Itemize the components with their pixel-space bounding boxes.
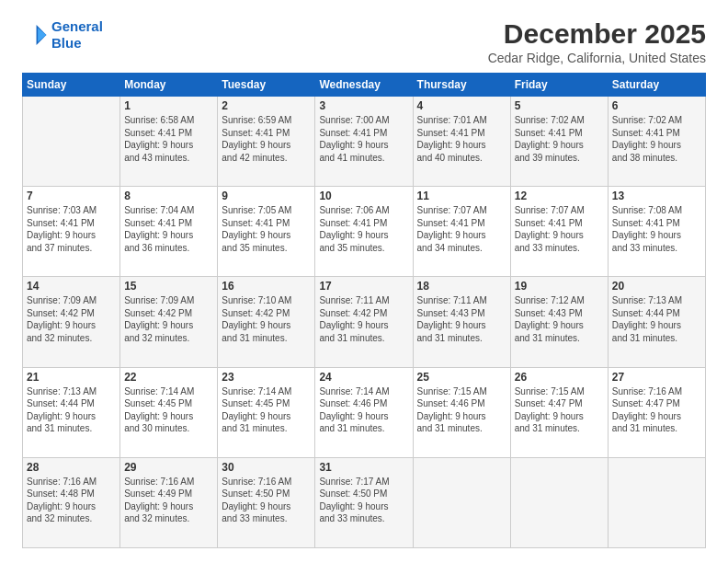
table-row: [23, 97, 120, 187]
day-number: 15: [124, 280, 213, 293]
table-row: 8Sunrise: 7:04 AMSunset: 4:41 PMDaylight…: [120, 187, 218, 277]
day-info: Sunrise: 7:02 AMSunset: 4:41 PMDaylight:…: [515, 114, 604, 164]
table-row: 26Sunrise: 7:15 AMSunset: 4:47 PMDayligh…: [510, 367, 608, 457]
day-number: 20: [612, 280, 701, 293]
day-info: Sunrise: 7:02 AMSunset: 4:41 PMDaylight:…: [612, 114, 701, 164]
table-row: 18Sunrise: 7:11 AMSunset: 4:43 PMDayligh…: [413, 277, 510, 367]
day-number: 9: [222, 190, 311, 202]
day-info: Sunrise: 7:06 AMSunset: 4:41 PMDaylight:…: [319, 204, 408, 254]
day-info: Sunrise: 7:12 AMSunset: 4:43 PMDaylight:…: [515, 294, 604, 344]
table-row: 31Sunrise: 7:17 AMSunset: 4:50 PMDayligh…: [315, 457, 413, 547]
table-row: 4Sunrise: 7:01 AMSunset: 4:41 PMDaylight…: [413, 97, 510, 187]
subtitle: Cedar Ridge, California, United States: [488, 51, 706, 65]
day-number: 26: [515, 371, 604, 384]
day-number: 4: [417, 99, 506, 112]
day-info: Sunrise: 7:11 AMSunset: 4:43 PMDaylight:…: [417, 294, 506, 344]
logo-icon: [22, 22, 48, 48]
table-row: [608, 457, 705, 547]
table-row: 15Sunrise: 7:09 AMSunset: 4:42 PMDayligh…: [120, 277, 218, 367]
header: General Blue December 2025 Cedar Ridge, …: [22, 18, 706, 65]
day-number: 13: [612, 190, 701, 202]
day-info: Sunrise: 7:15 AMSunset: 4:47 PMDaylight:…: [515, 385, 604, 435]
table-row: 29Sunrise: 7:16 AMSunset: 4:49 PMDayligh…: [120, 457, 218, 547]
day-info: Sunrise: 7:16 AMSunset: 4:47 PMDaylight:…: [612, 385, 701, 435]
day-number: 12: [515, 190, 604, 202]
day-info: Sunrise: 7:11 AMSunset: 4:42 PMDaylight:…: [319, 294, 408, 344]
table-row: 27Sunrise: 7:16 AMSunset: 4:47 PMDayligh…: [608, 367, 705, 457]
day-info: Sunrise: 7:14 AMSunset: 4:45 PMDaylight:…: [124, 385, 213, 435]
table-row: 19Sunrise: 7:12 AMSunset: 4:43 PMDayligh…: [510, 277, 608, 367]
calendar-header-row: Sunday Monday Tuesday Wednesday Thursday…: [23, 74, 706, 97]
table-row: 7Sunrise: 7:03 AMSunset: 4:41 PMDaylight…: [23, 187, 120, 277]
table-row: 3Sunrise: 7:00 AMSunset: 4:41 PMDaylight…: [315, 97, 413, 187]
day-number: 3: [319, 99, 408, 112]
table-row: [413, 457, 510, 547]
calendar-week-4: 21Sunrise: 7:13 AMSunset: 4:44 PMDayligh…: [23, 367, 706, 457]
day-number: 18: [417, 280, 506, 293]
day-number: 27: [612, 371, 701, 384]
calendar-week-2: 7Sunrise: 7:03 AMSunset: 4:41 PMDaylight…: [23, 187, 706, 277]
calendar-table: Sunday Monday Tuesday Wednesday Thursday…: [22, 73, 706, 548]
day-info: Sunrise: 7:01 AMSunset: 4:41 PMDaylight:…: [417, 114, 506, 164]
day-info: Sunrise: 7:17 AMSunset: 4:50 PMDaylight:…: [319, 476, 408, 525]
table-row: 12Sunrise: 7:07 AMSunset: 4:41 PMDayligh…: [510, 187, 608, 277]
day-info: Sunrise: 7:09 AMSunset: 4:42 PMDaylight:…: [27, 294, 116, 344]
day-info: Sunrise: 7:04 AMSunset: 4:41 PMDaylight:…: [124, 204, 213, 254]
table-row: 1Sunrise: 6:58 AMSunset: 4:41 PMDaylight…: [120, 97, 218, 187]
day-number: 14: [27, 280, 116, 293]
table-row: 2Sunrise: 6:59 AMSunset: 4:41 PMDaylight…: [218, 97, 315, 187]
logo: General Blue: [22, 18, 103, 52]
day-number: 23: [222, 371, 311, 384]
table-row: 21Sunrise: 7:13 AMSunset: 4:44 PMDayligh…: [23, 367, 120, 457]
table-row: 16Sunrise: 7:10 AMSunset: 4:42 PMDayligh…: [218, 277, 315, 367]
day-info: Sunrise: 7:05 AMSunset: 4:41 PMDaylight:…: [222, 204, 311, 254]
day-info: Sunrise: 6:58 AMSunset: 4:41 PMDaylight:…: [124, 114, 213, 164]
day-info: Sunrise: 7:16 AMSunset: 4:49 PMDaylight:…: [124, 476, 213, 525]
day-number: 30: [222, 461, 311, 474]
table-row: 24Sunrise: 7:14 AMSunset: 4:46 PMDayligh…: [315, 367, 413, 457]
day-info: Sunrise: 7:08 AMSunset: 4:41 PMDaylight:…: [612, 204, 701, 254]
day-info: Sunrise: 7:14 AMSunset: 4:45 PMDaylight:…: [222, 385, 311, 435]
table-row: 25Sunrise: 7:15 AMSunset: 4:46 PMDayligh…: [413, 367, 510, 457]
table-row: 17Sunrise: 7:11 AMSunset: 4:42 PMDayligh…: [315, 277, 413, 367]
day-info: Sunrise: 7:16 AMSunset: 4:48 PMDaylight:…: [27, 476, 116, 525]
day-info: Sunrise: 7:13 AMSunset: 4:44 PMDaylight:…: [612, 294, 701, 344]
calendar-week-3: 14Sunrise: 7:09 AMSunset: 4:42 PMDayligh…: [23, 277, 706, 367]
day-number: 29: [124, 461, 213, 474]
table-row: 30Sunrise: 7:16 AMSunset: 4:50 PMDayligh…: [218, 457, 315, 547]
day-number: 24: [319, 371, 408, 384]
table-row: 9Sunrise: 7:05 AMSunset: 4:41 PMDaylight…: [218, 187, 315, 277]
day-number: 17: [319, 280, 408, 293]
main-title: December 2025: [488, 18, 706, 49]
day-info: Sunrise: 7:00 AMSunset: 4:41 PMDaylight:…: [319, 114, 408, 164]
day-number: 8: [124, 190, 213, 202]
table-row: 22Sunrise: 7:14 AMSunset: 4:45 PMDayligh…: [120, 367, 218, 457]
day-number: 19: [515, 280, 604, 293]
day-number: 28: [27, 461, 116, 474]
header-tuesday: Tuesday: [218, 74, 315, 97]
day-number: 7: [27, 190, 116, 202]
day-info: Sunrise: 7:10 AMSunset: 4:42 PMDaylight:…: [222, 294, 311, 344]
table-row: 10Sunrise: 7:06 AMSunset: 4:41 PMDayligh…: [315, 187, 413, 277]
day-number: 16: [222, 280, 311, 293]
day-number: 22: [124, 371, 213, 384]
header-wednesday: Wednesday: [315, 74, 413, 97]
day-number: 21: [27, 371, 116, 384]
table-row: 13Sunrise: 7:08 AMSunset: 4:41 PMDayligh…: [608, 187, 705, 277]
day-info: Sunrise: 6:59 AMSunset: 4:41 PMDaylight:…: [222, 114, 311, 164]
table-row: 28Sunrise: 7:16 AMSunset: 4:48 PMDayligh…: [23, 457, 120, 547]
day-info: Sunrise: 7:14 AMSunset: 4:46 PMDaylight:…: [319, 385, 408, 435]
day-info: Sunrise: 7:07 AMSunset: 4:41 PMDaylight:…: [515, 204, 604, 254]
logo-text: General Blue: [51, 18, 103, 52]
day-info: Sunrise: 7:07 AMSunset: 4:41 PMDaylight:…: [417, 204, 506, 254]
table-row: 6Sunrise: 7:02 AMSunset: 4:41 PMDaylight…: [608, 97, 705, 187]
table-row: 23Sunrise: 7:14 AMSunset: 4:45 PMDayligh…: [218, 367, 315, 457]
table-row: 11Sunrise: 7:07 AMSunset: 4:41 PMDayligh…: [413, 187, 510, 277]
header-monday: Monday: [120, 74, 218, 97]
day-number: 1: [124, 99, 213, 112]
table-row: 20Sunrise: 7:13 AMSunset: 4:44 PMDayligh…: [608, 277, 705, 367]
svg-marker-1: [38, 28, 46, 42]
header-thursday: Thursday: [413, 74, 510, 97]
day-info: Sunrise: 7:16 AMSunset: 4:50 PMDaylight:…: [222, 476, 311, 525]
calendar-week-5: 28Sunrise: 7:16 AMSunset: 4:48 PMDayligh…: [23, 457, 706, 547]
